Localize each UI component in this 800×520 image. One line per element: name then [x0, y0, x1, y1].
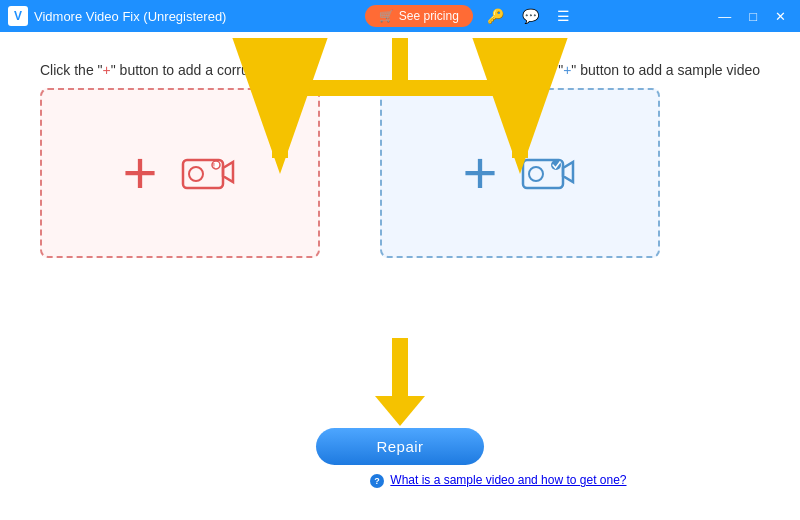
sample-help-wrapper: ? What is a sample video and how to get …: [370, 473, 627, 488]
corrupted-drop-zone[interactable]: + !: [40, 88, 320, 258]
minimize-button[interactable]: —: [712, 8, 737, 25]
sample-instruction: Click the "+" button to add a sample vid…: [501, 62, 760, 78]
key-icon[interactable]: 🔑: [483, 6, 508, 26]
repair-button[interactable]: Repair: [316, 428, 483, 465]
plus-red: +: [103, 62, 111, 78]
window-controls: — □ ✕: [712, 8, 792, 25]
svg-text:!: !: [212, 162, 214, 169]
app-title: Vidmore Video Fix (Unregistered): [34, 9, 226, 24]
plus-blue: +: [563, 62, 571, 78]
titlebar-center: 🛒 See pricing 🔑 💬 ☰: [365, 5, 574, 27]
svg-marker-12: [375, 396, 425, 426]
titlebar-left: V Vidmore Video Fix (Unregistered): [8, 6, 226, 26]
sample-zone-content: +: [462, 143, 577, 203]
svg-point-7: [529, 167, 543, 181]
svg-marker-6: [563, 162, 573, 182]
corrupted-zone-content: + !: [122, 143, 237, 203]
corrupted-plus-sign: +: [122, 143, 157, 203]
see-pricing-button[interactable]: 🛒 See pricing: [365, 5, 473, 27]
svg-point-2: [189, 167, 203, 181]
instruction-row: Click the "+" button to add a corrupted …: [40, 62, 760, 78]
menu-icon[interactable]: ☰: [553, 6, 574, 26]
main-content: Click the "+" button to add a corrupted …: [0, 32, 800, 520]
down-arrow-svg: [370, 338, 430, 428]
corrupted-camera-icon: !: [178, 148, 238, 198]
bottom-section: Repair ? What is a sample video and how …: [40, 338, 760, 488]
app-icon: V: [8, 6, 28, 26]
sample-drop-zone[interactable]: +: [380, 88, 660, 258]
see-pricing-label: See pricing: [399, 9, 459, 23]
close-button[interactable]: ✕: [769, 8, 792, 25]
sample-camera-icon: [518, 148, 578, 198]
maximize-button[interactable]: □: [743, 8, 763, 25]
corrupted-instruction: Click the "+" button to add a corrupted …: [40, 62, 313, 78]
chat-icon[interactable]: 💬: [518, 6, 543, 26]
help-icon: ?: [370, 474, 384, 488]
titlebar: V Vidmore Video Fix (Unregistered) 🛒 See…: [0, 0, 800, 32]
sample-plus-sign: +: [462, 143, 497, 203]
cart-icon: 🛒: [379, 9, 394, 23]
sample-help-link[interactable]: What is a sample video and how to get on…: [390, 473, 626, 487]
drop-zones-row: + ! +: [40, 88, 760, 258]
drop-zones-container: + ! +: [40, 88, 760, 328]
svg-marker-1: [223, 162, 233, 182]
